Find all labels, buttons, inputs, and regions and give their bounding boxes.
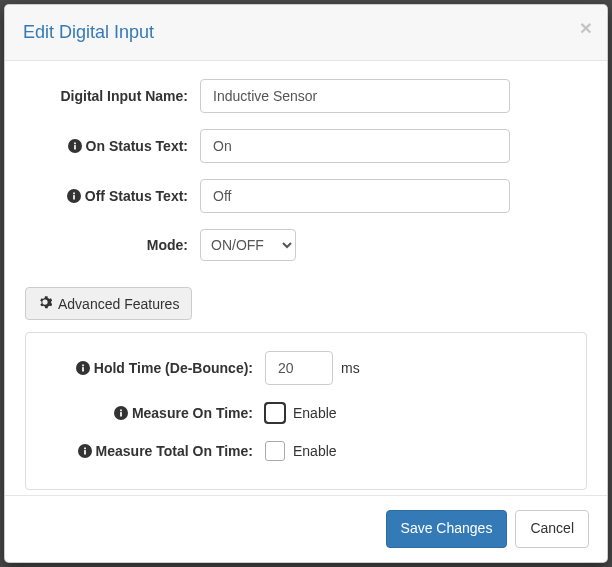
row-mode: Mode: ON/OFF <box>25 229 587 261</box>
close-icon[interactable]: × <box>580 17 592 38</box>
unit-ms: ms <box>341 360 360 376</box>
svg-rect-7 <box>82 367 84 371</box>
cancel-button[interactable]: Cancel <box>515 510 589 548</box>
row-on-status-text: On Status Text: <box>25 129 587 163</box>
svg-rect-11 <box>120 410 122 412</box>
row-measure-total-on-time: Measure Total On Time: Enable <box>40 441 572 461</box>
input-on-status-text[interactable] <box>200 129 510 163</box>
label-mode: Mode: <box>25 237 200 253</box>
svg-rect-8 <box>82 365 84 367</box>
select-mode[interactable]: ON/OFF <box>200 229 296 261</box>
row-hold-time: Hold Time (De-Bounce): ms <box>40 351 572 385</box>
label-measure-on-time: Measure On Time: <box>40 405 265 421</box>
svg-rect-13 <box>84 450 86 454</box>
label-digital-input-name: Digital Input Name: <box>25 88 200 104</box>
info-icon <box>114 406 128 420</box>
input-digital-input-name[interactable] <box>200 79 510 113</box>
gear-icon <box>38 295 52 312</box>
row-off-status-text: Off Status Text: <box>25 179 587 213</box>
edit-digital-input-modal: Edit Digital Input × Digital Input Name:… <box>4 4 608 563</box>
checkbox-measure-total-on-time[interactable] <box>265 441 285 461</box>
svg-rect-5 <box>73 193 75 195</box>
modal-header: Edit Digital Input × <box>5 5 607 61</box>
modal-body: Digital Input Name: On Status Text: Off … <box>5 61 607 495</box>
info-icon <box>78 444 92 458</box>
info-icon <box>76 361 90 375</box>
advanced-panel: Hold Time (De-Bounce): ms Measure On Tim… <box>25 332 587 490</box>
info-icon <box>67 189 81 203</box>
input-off-status-text[interactable] <box>200 179 510 213</box>
modal-title: Edit Digital Input <box>23 20 589 45</box>
label-off-status-text: Off Status Text: <box>25 188 200 204</box>
row-measure-on-time: Measure On Time: Enable <box>40 403 572 423</box>
svg-rect-4 <box>73 195 75 199</box>
label-on-status-text: On Status Text: <box>25 138 200 154</box>
label-measure-total-on-time: Measure Total On Time: <box>40 443 265 459</box>
save-button[interactable]: Save Changes <box>386 510 508 548</box>
svg-rect-1 <box>74 145 76 149</box>
input-hold-time[interactable] <box>265 351 333 385</box>
svg-rect-14 <box>84 448 86 450</box>
advanced-features-button[interactable]: Advanced Features <box>25 287 192 320</box>
checkbox-measure-on-time[interactable] <box>265 403 285 423</box>
info-icon <box>68 139 82 153</box>
checkbox-label-measure-on-time: Enable <box>293 405 337 421</box>
row-digital-input-name: Digital Input Name: <box>25 79 587 113</box>
checkbox-label-measure-total-on-time: Enable <box>293 443 337 459</box>
svg-rect-2 <box>74 143 76 145</box>
svg-rect-10 <box>120 412 122 416</box>
label-hold-time: Hold Time (De-Bounce): <box>40 360 265 376</box>
modal-footer: Save Changes Cancel <box>5 495 607 562</box>
